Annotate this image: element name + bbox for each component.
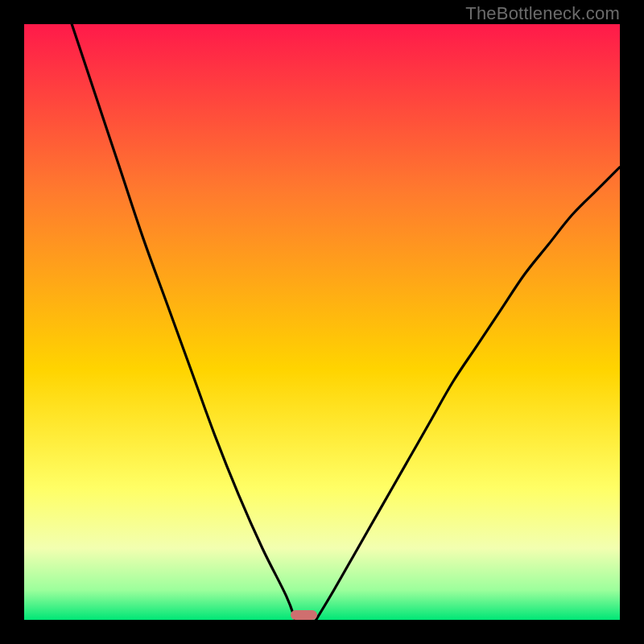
right-branch [316, 167, 620, 620]
chart-frame: TheBottleneck.com [0, 0, 644, 644]
left-branch [72, 24, 295, 620]
watermark-text: TheBottleneck.com [465, 3, 620, 24]
curve-layer [24, 24, 620, 620]
plot-area [24, 24, 620, 620]
minimum-marker [291, 610, 317, 620]
